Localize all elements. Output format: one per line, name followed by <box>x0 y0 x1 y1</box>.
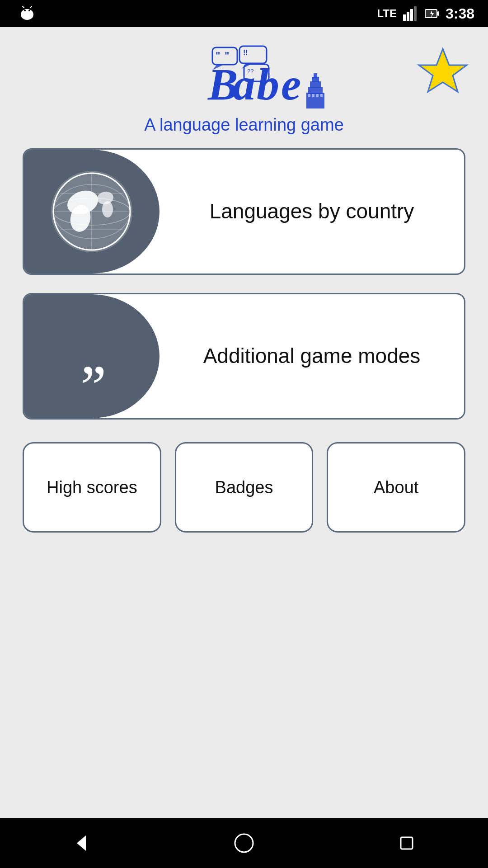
languages-by-country-card[interactable]: Languages by country <box>23 148 465 275</box>
star-button[interactable] <box>416 45 470 101</box>
high-scores-button[interactable]: High scores <box>23 442 161 533</box>
notification-icon <box>18 5 36 23</box>
svg-rect-8 <box>403 14 406 21</box>
globe-svg <box>47 166 137 257</box>
svg-text:e: e <box>281 59 301 109</box>
badges-button[interactable]: Badges <box>175 442 314 533</box>
about-label: About <box>374 478 418 497</box>
card-icon-globe <box>24 150 160 274</box>
status-bar-left <box>14 5 370 23</box>
svg-rect-37 <box>320 94 323 97</box>
svg-point-4 <box>24 9 26 11</box>
recents-icon <box>395 832 418 854</box>
svg-rect-1 <box>22 14 24 18</box>
quote-marks-icon: ,, <box>80 320 103 383</box>
app-subtitle: A language learning game <box>144 115 344 135</box>
signal-icon <box>402 5 418 22</box>
svg-line-6 <box>23 6 24 8</box>
svg-rect-9 <box>407 12 409 21</box>
star-icon <box>416 45 470 99</box>
header-area: " " !! ?? B a b e <box>14 45 474 135</box>
svg-rect-11 <box>414 6 417 21</box>
main-content: " " !! ?? B a b e <box>0 27 488 818</box>
svg-marker-52 <box>77 835 86 851</box>
battery-icon <box>424 5 440 22</box>
svg-rect-54 <box>401 837 413 849</box>
card-text-game-modes: Additional game modes <box>160 294 464 418</box>
badges-label: Badges <box>215 478 273 497</box>
svg-line-7 <box>30 6 32 8</box>
status-bar: LTE 3:38 <box>0 0 488 27</box>
home-icon <box>233 832 255 854</box>
svg-rect-10 <box>410 9 413 21</box>
svg-point-5 <box>28 9 30 11</box>
svg-point-53 <box>235 834 253 852</box>
svg-marker-39 <box>419 49 467 92</box>
card-icon-quote: ,, <box>24 294 160 418</box>
svg-point-45 <box>102 201 113 217</box>
about-button[interactable]: About <box>327 442 465 533</box>
app-logo: " " !! ?? B a b e <box>158 45 330 111</box>
bottom-buttons-row: High scores Badges About <box>23 442 465 533</box>
svg-text:a: a <box>233 59 255 109</box>
status-time: 3:38 <box>446 5 474 22</box>
game-modes-card-label: Additional game modes <box>203 343 421 370</box>
svg-text:!!: !! <box>243 49 248 57</box>
back-icon <box>70 832 93 854</box>
additional-game-modes-card[interactable]: ,, Additional game modes <box>23 293 465 420</box>
svg-rect-13 <box>437 11 439 16</box>
back-button[interactable] <box>70 832 93 854</box>
card-text-languages: Languages by country <box>160 150 464 274</box>
nav-bar <box>0 818 488 868</box>
languages-card-label: Languages by country <box>210 198 414 225</box>
svg-rect-2 <box>30 14 33 18</box>
high-scores-label: High scores <box>47 478 137 497</box>
logo-container: " " !! ?? B a b e <box>144 45 344 135</box>
recents-button[interactable] <box>395 832 418 854</box>
status-icons-right: LTE 3:38 <box>377 5 474 22</box>
home-button[interactable] <box>233 832 255 854</box>
lte-label: LTE <box>377 7 397 20</box>
svg-text:b: b <box>257 59 279 109</box>
